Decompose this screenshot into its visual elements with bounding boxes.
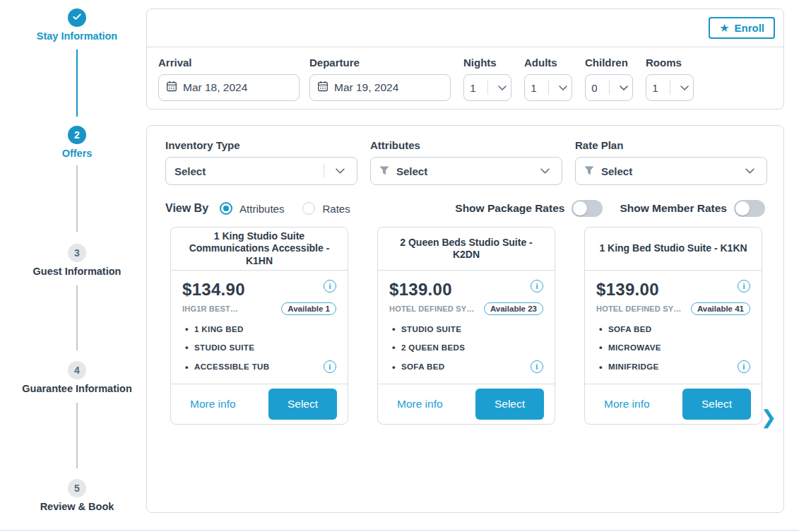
nights-select[interactable]: 1 (463, 74, 511, 101)
departure-date-value: Mar 19, 2024 (334, 81, 398, 94)
show-member-rates-toggle[interactable] (734, 200, 765, 217)
offer-card-k1hn: 1 King Studio Suite Communications Acces… (170, 227, 348, 425)
adults-label: Adults (524, 57, 572, 69)
booking-screen: Stay Information 2 Offers 3 Guest Inform… (0, 0, 799, 532)
chevron-down-icon (331, 168, 348, 174)
stay-information-panel: ★ Enroll Arrival Mar 18, 2024 Departure (146, 8, 784, 110)
step-guarantee-information[interactable]: 4 Guarantee Information (0, 361, 154, 394)
rate-plan-value: Select (601, 165, 734, 177)
toggle-knob (735, 201, 750, 215)
star-icon: ★ (719, 23, 729, 34)
attributes-value: Select (396, 165, 529, 177)
chevron-down-icon (494, 85, 511, 90)
step-connector (76, 165, 78, 232)
step-label: Guest Information (0, 266, 154, 277)
rooms-field: Rooms 1 (646, 57, 694, 101)
feature-item: ACCESSIBLE TUB (194, 362, 270, 371)
step-label: Review & Book (0, 501, 154, 512)
step-guest-information[interactable]: 3 Guest Information (0, 244, 154, 277)
nights-field: Nights 1 (463, 57, 511, 101)
features-info-icon[interactable]: i (531, 360, 543, 373)
features-info-icon[interactable]: i (738, 360, 750, 373)
carousel-next-icon[interactable]: ❯ (760, 406, 776, 429)
radio-unselected-icon (302, 202, 315, 215)
attributes-label: Attributes (370, 139, 562, 151)
view-by-rates-radio[interactable]: Rates (302, 202, 350, 215)
attributes-select[interactable]: Select (370, 157, 562, 185)
inventory-type-filter: Inventory Type Select (165, 139, 357, 185)
rate-code: HOTEL DEFINED SY… (389, 305, 475, 313)
adults-select[interactable]: 1 (524, 74, 572, 101)
price-info-icon[interactable]: i (738, 280, 750, 292)
arrival-date-value: Mar 18, 2024 (183, 81, 247, 94)
chevron-down-icon (555, 85, 572, 90)
feature-item: 1 KING BED (182, 324, 336, 334)
show-member-rates-label: Show Member Rates (620, 202, 727, 215)
inventory-type-label: Inventory Type (165, 139, 357, 151)
departure-label: Departure (309, 57, 451, 69)
nights-value: 1 (464, 82, 482, 94)
step-connector (76, 403, 78, 468)
step-label: Offers (0, 148, 154, 159)
departure-date-input[interactable]: Mar 19, 2024 (309, 74, 451, 101)
step-number-circle: 5 (68, 479, 86, 497)
offer-title: 2 Queen Beds Studio Suite - K2DN (378, 227, 555, 271)
rate-plan-select[interactable]: Select (575, 157, 767, 185)
offers-panel: Inventory Type Select Attributes Select (146, 125, 784, 513)
availability-badge: Available 1 (281, 302, 336, 315)
departure-field: Departure Mar 19, 2024 (309, 57, 451, 101)
feature-item: STUDIO SUITE (182, 342, 336, 353)
show-package-rates-toggle[interactable] (572, 200, 603, 217)
price-info-icon[interactable]: i (531, 280, 543, 292)
arrival-date-input[interactable]: Mar 18, 2024 (158, 74, 300, 101)
rooms-value: 1 (646, 82, 664, 94)
step-label: Guarantee Information (0, 383, 154, 394)
view-by-row: View By Attributes Rates Show Package Ra… (147, 185, 783, 217)
step-connector (76, 285, 78, 350)
feature-list: 1 KING BED STUDIO SUITE ACCESSIBLE TUBi (182, 324, 336, 373)
radio-label: Rates (322, 203, 350, 215)
enroll-button-label: Enroll (734, 22, 764, 34)
view-by-attributes-radio[interactable]: Attributes (220, 202, 284, 215)
offers-filters-row: Inventory Type Select Attributes Select (147, 126, 783, 185)
children-value: 0 (586, 82, 603, 94)
offer-card-k1kn: 1 King Bed Studio Suite - K1KN $139.00 i… (584, 227, 762, 425)
step-number-circle: 4 (68, 361, 86, 379)
feature-item: STUDIO SUITE (389, 324, 543, 334)
step-stay-information[interactable]: Stay Information (0, 8, 154, 42)
more-info-link[interactable]: More info (604, 398, 650, 410)
inventory-type-select[interactable]: Select (165, 157, 357, 185)
price-info-icon[interactable]: i (324, 280, 336, 292)
offer-cards-row: 1 King Studio Suite Communications Acces… (147, 217, 783, 425)
step-connector (76, 49, 78, 117)
chevron-down-icon (741, 168, 758, 174)
step-offers[interactable]: 2 Offers (0, 126, 154, 159)
rooms-select[interactable]: 1 (646, 74, 694, 101)
feature-list: STUDIO SUITE 2 QUEEN BEDS SOFA BEDi (389, 324, 543, 373)
enroll-button[interactable]: ★ Enroll (709, 17, 775, 39)
show-package-rates-label: Show Package Rates (455, 202, 564, 215)
more-info-link[interactable]: More info (190, 398, 236, 410)
feature-item: MICROWAVE (596, 342, 750, 353)
feature-item: SOFA BED (401, 362, 445, 371)
rate-plan-label: Rate Plan (575, 139, 767, 151)
funnel-icon (584, 165, 594, 177)
step-review-book[interactable]: 5 Review & Book (0, 479, 154, 512)
radio-label: Attributes (239, 203, 284, 215)
rate-code: HOTEL DEFINED SY… (596, 305, 682, 313)
step-complete-circle (68, 8, 86, 27)
feature-item: MINIFRIDGE (608, 362, 659, 371)
select-offer-button[interactable]: Select (268, 389, 337, 420)
bottom-divider (0, 530, 799, 531)
adults-field: Adults 1 (524, 57, 572, 101)
features-info-icon[interactable]: i (324, 360, 336, 373)
view-by-label: View By (165, 202, 208, 215)
calendar-icon (317, 81, 329, 95)
availability-badge: Available 41 (691, 302, 750, 315)
children-select[interactable]: 0 (585, 74, 633, 101)
more-info-link[interactable]: More info (397, 398, 443, 410)
select-offer-button[interactable]: Select (475, 389, 544, 420)
show-package-rates-group: Show Package Rates (455, 200, 603, 217)
offer-price: $139.00 (596, 280, 659, 300)
select-offer-button[interactable]: Select (682, 389, 751, 420)
